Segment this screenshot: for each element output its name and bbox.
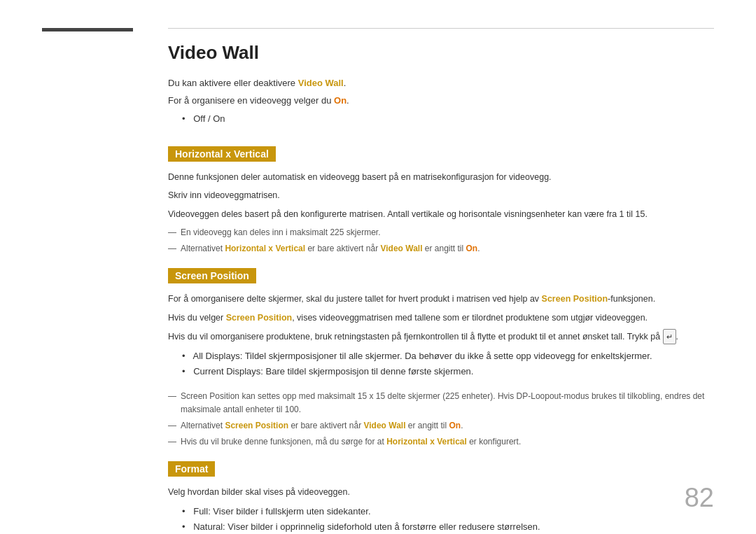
intro-bullet-item: Off / On bbox=[182, 111, 714, 127]
section2-bullet-list: All Displays: Tildel skjermposisjoner ti… bbox=[168, 349, 714, 379]
on-label: On bbox=[213, 113, 225, 124]
section2-note1: Screen Position kan settes opp med maksi… bbox=[168, 390, 714, 416]
left-decorative-bar bbox=[42, 28, 133, 31]
section1-note2: Alternativet Horizontal x Vertical er ba… bbox=[168, 242, 714, 255]
section1-para2: Skriv inn videoveggmatrisen. bbox=[168, 188, 714, 203]
intro-line1: Du kan aktivere eller deaktivere Video W… bbox=[168, 76, 714, 91]
page-number: 82 bbox=[685, 483, 714, 513]
section3-bullet-list: Full: Viser bilder i fullskjerm uten sid… bbox=[168, 504, 714, 534]
section1-heading: Horizontal x Vertical bbox=[168, 146, 276, 162]
section3-heading: Format bbox=[168, 461, 215, 477]
section3-para1: Velg hvordan bilder skal vises på videov… bbox=[168, 485, 714, 500]
section2-bullet2: Current Displays: Bare tildel skjermposi… bbox=[182, 364, 714, 379]
section3-bullet1: Full: Viser bilder i fullskjerm uten sid… bbox=[182, 504, 714, 519]
section3-bullet2: Natural: Viser bilder i opprinnelig side… bbox=[182, 519, 714, 534]
section1-para3: Videoveggen deles basert på den konfigur… bbox=[168, 207, 714, 222]
top-decorative-line bbox=[168, 28, 714, 29]
section1-para1: Denne funksjonen deler automatisk en vid… bbox=[168, 170, 714, 185]
intro-video-wall-bold: Video Wall bbox=[298, 78, 344, 88]
section2-bullet1: All Displays: Tildel skjermposisjoner ti… bbox=[182, 349, 714, 364]
section2-para1: For å omorganisere delte skjermer, skal … bbox=[168, 292, 714, 307]
section2-heading: Screen Position bbox=[168, 268, 256, 283]
section2-para3: Hvis du vil omorganisere produktene, bru… bbox=[168, 329, 714, 344]
section2-para2: Hvis du velger Screen Position, vises vi… bbox=[168, 311, 714, 325]
page-title: Video Wall bbox=[168, 42, 714, 64]
intro-on-bold: On bbox=[334, 95, 346, 106]
section1-note1: En videovegg kan deles inn i maksimalt 2… bbox=[168, 226, 714, 239]
intro-bullet-list: Off / On bbox=[168, 111, 714, 127]
section2-note3: Hvis du vil bruke denne funksjonen, må d… bbox=[168, 435, 714, 449]
intro-line2: For å organisere en videovegg velger du … bbox=[168, 94, 714, 108]
kbd-icon: ↵ bbox=[663, 329, 676, 344]
off-label: Off bbox=[193, 113, 205, 124]
section2-note2: Alternativet Screen Position er bare akt… bbox=[168, 419, 714, 433]
